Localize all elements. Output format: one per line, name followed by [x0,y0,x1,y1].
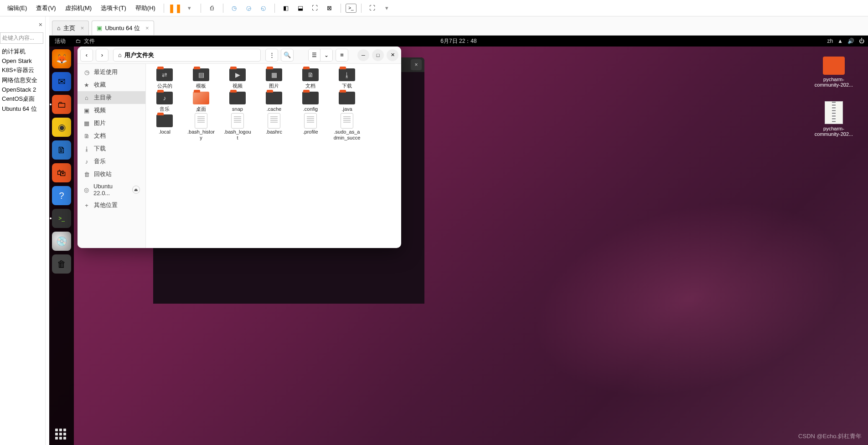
close-button[interactable]: ✕ [387,49,398,61]
dock-files[interactable]: 🗀 [52,95,71,114]
volume-icon[interactable]: 🔊 [847,38,854,44]
close-icon[interactable]: × [145,25,149,31]
power-icon[interactable]: ⏻ [859,38,864,44]
sidebar-item[interactable]: +其他位置 [78,199,145,212]
close-icon[interactable]: × [39,21,42,28]
vm-tab-home[interactable]: ⌂ 主页 × [52,21,89,35]
fullscreen-icon[interactable]: ⛶ [366,2,379,15]
snapshot-revert-icon[interactable]: ◶ [243,2,255,15]
view-bottom-icon[interactable]: ⬓ [294,2,307,15]
file-item[interactable]: ▦图片 [260,67,288,89]
view-console-icon[interactable]: ⛶ [309,2,321,15]
snapshot-manager-icon[interactable]: ◵ [257,2,270,15]
sidebar-item[interactable]: ▦图片 [78,117,145,129]
file-item[interactable]: .bash_logout [223,114,252,142]
file-item[interactable]: .config [296,91,325,112]
vm-tab-ubuntu[interactable]: ▣ Ubuntu 64 位 × [92,21,154,35]
terminal-icon[interactable]: >_ [346,4,356,13]
desktop-folder[interactable]: pycharm-community-202... [813,57,854,88]
dock-libreoffice[interactable]: 🗎 [52,140,71,160]
file-item[interactable]: ⭳下载 [333,67,361,89]
dropdown-icon[interactable]: ▾ [381,2,393,15]
file-item[interactable]: snap [223,91,252,112]
dock-apps-grid[interactable] [55,429,66,440]
current-app-menu[interactable]: 🗀 文件 [71,37,99,45]
network-icon[interactable]: ▲ [837,38,843,44]
file-label: 下载 [342,83,352,89]
folder-icon [266,92,282,104]
dock-terminal[interactable]: >_ [52,209,71,228]
desktop-icon-label: pycharm-community-202... [813,126,854,137]
minimize-button[interactable]: ─ [357,49,369,61]
vm-item[interactable]: Open Stark [0,57,45,65]
file-item[interactable]: 桌面 [187,91,215,112]
sidebar-item[interactable]: ⭳下载 [78,142,145,155]
close-icon[interactable]: × [411,59,422,70]
icon-view-button[interactable]: ☰ [309,49,320,61]
view-sidebar-icon[interactable]: ◧ [279,2,292,15]
menu-help[interactable]: 帮助(H) [132,2,159,14]
file-item[interactable]: .bash_history [187,114,215,142]
folder-icon: ♪ [156,92,173,104]
menu-tabs[interactable]: 选项卡(T) [97,2,130,14]
dock-help[interactable]: ? [52,186,71,205]
dock-trash[interactable]: 🗑 [52,254,71,274]
pause-icon[interactable]: ❚❚ [169,2,181,15]
vm-item[interactable]: CentOS桌面 [0,94,45,104]
dock-firefox[interactable]: 🦊 [52,49,71,68]
sidebar-item-icon: ▣ [83,107,90,114]
snapshot-icon[interactable]: ◷ [228,2,241,15]
vm-item[interactable]: K8S+容器云 [0,65,45,75]
file-item[interactable]: .local [150,114,179,142]
menu-view[interactable]: 查看(V) [32,2,59,14]
file-item[interactable]: .profile [296,114,325,142]
sidebar-item[interactable]: ♪音乐 [78,155,145,168]
clock[interactable]: 6月7日 22：48 [440,37,476,45]
sidebar-item[interactable]: ⌂主目录 [78,91,145,104]
dock-software[interactable]: 🛍 [52,163,71,182]
dropdown-icon[interactable]: ▾ [183,2,196,15]
menu-vm[interactable]: 虚拟机(M) [62,2,96,14]
search-button[interactable]: 🔍 [281,49,294,62]
maximize-button[interactable]: □ [372,49,384,61]
eject-icon[interactable]: ⏏ [132,186,140,194]
path-bar[interactable]: ⌂ 用户文件夹 [113,49,261,62]
sidebar-item[interactable]: ◎Ubuntu 22.0...⏏ [78,181,145,199]
folder-icon: ⭳ [339,68,355,81]
file-item[interactable]: .sudo_as_admin_successful [333,114,361,142]
file-item[interactable]: .cache [260,91,288,112]
dock-disk[interactable]: 💿 [52,232,71,251]
menu-edit[interactable]: 编辑(E) [4,2,31,14]
file-item[interactable]: .bashrc [260,114,288,142]
file-item[interactable]: ▤模板 [187,67,215,89]
vm-item[interactable]: Ubuntu 64 位 [0,104,45,114]
file-item[interactable]: ⇄公共的 [150,67,179,89]
sidebar-item[interactable]: ★收藏 [78,78,145,91]
file-item[interactable]: .java [333,91,361,112]
sidebar-item[interactable]: ◷最近使用 [78,66,145,78]
vm-item[interactable]: 的计算机 [0,47,45,57]
send-ctrl-alt-del-icon[interactable]: ⎙ [206,2,218,15]
nav-back-button[interactable]: ‹ [80,49,93,62]
dock-thunderbird[interactable]: ✉ [52,72,71,91]
nav-forward-button[interactable]: › [96,49,108,62]
file-item[interactable]: ♪音乐 [150,91,179,112]
desktop-archive[interactable]: pycharm-community-202... [813,101,854,137]
menu-button[interactable]: ⋮ [265,49,278,62]
file-item[interactable]: ▶视频 [223,67,252,89]
view-stretch-icon[interactable]: ⊠ [323,2,336,15]
sidebar-item[interactable]: ▣视频 [78,104,145,117]
file-item[interactable]: 🗎文档 [296,67,325,89]
sidebar-search-input[interactable]: 处键入内容... [0,32,43,44]
dock-rhythmbox[interactable]: ◉ [52,118,71,137]
activities-button[interactable]: 活动 [49,37,71,45]
vm-item[interactable]: 网络信息安全 [0,75,45,85]
vm-item[interactable]: OpenStack 2 [0,85,45,94]
hamburger-menu-button[interactable]: ≡ [336,49,348,62]
desktop-icons: pycharm-community-202... pycharm-communi… [813,57,854,137]
close-icon[interactable]: × [81,25,84,31]
language-indicator[interactable]: zh [827,38,833,44]
sidebar-item[interactable]: 🗎文档 [78,129,145,142]
view-dropdown[interactable]: ⌄ [320,49,332,61]
sidebar-item[interactable]: 🗑回收站 [78,168,145,181]
